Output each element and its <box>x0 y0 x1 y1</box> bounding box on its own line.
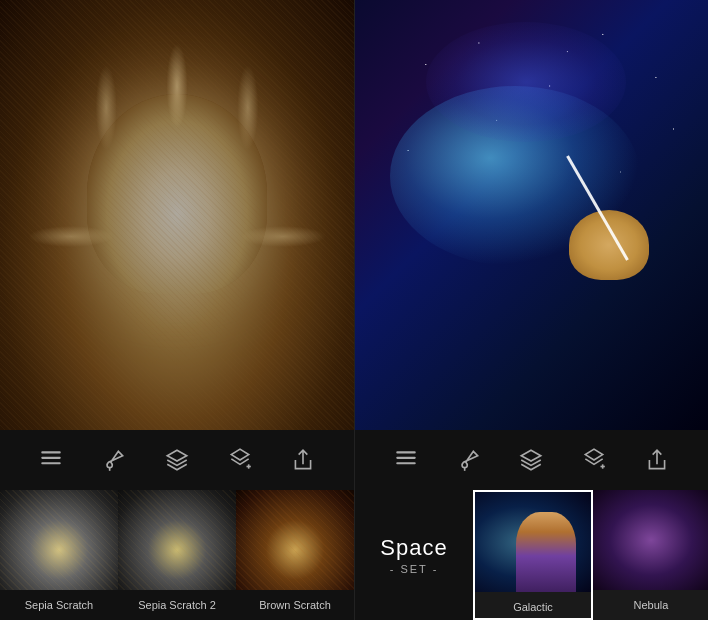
share-icon[interactable] <box>288 445 318 475</box>
left-panel: Sepia Scratch Sepia Scratch 2 Brown Scra… <box>0 0 354 620</box>
sepia-scratch-2-texture <box>118 490 236 590</box>
filter-thumb-brown-scratch[interactable]: Brown Scratch <box>236 490 354 620</box>
svg-rect-2 <box>42 462 62 464</box>
dark-overlay <box>0 0 354 430</box>
right-stack-plus-icon[interactable] <box>579 445 609 475</box>
right-panel: Space - SET - Galactic Nebula <box>354 0 708 620</box>
space-set-item[interactable]: Space - SET - <box>355 490 473 620</box>
filter-thumb-nebula[interactable]: Nebula <box>593 490 708 620</box>
svg-rect-0 <box>42 451 62 453</box>
flower-center <box>87 94 267 294</box>
right-share-icon[interactable] <box>642 445 672 475</box>
right-layers-icon[interactable] <box>391 445 421 475</box>
space-set-subtitle: - SET - <box>390 563 439 575</box>
nebula-label: Nebula <box>593 590 708 620</box>
brown-scratch-image <box>236 490 354 590</box>
svg-rect-7 <box>397 457 417 459</box>
layers-icon[interactable] <box>36 445 66 475</box>
sepia-scratch-image <box>0 490 118 590</box>
left-toolbar <box>0 430 354 490</box>
right-main-image <box>355 0 708 430</box>
right-toolbar <box>355 430 708 490</box>
right-brush-icon[interactable] <box>454 445 484 475</box>
flower-background <box>0 0 354 430</box>
filter-thumb-sepia-scratch[interactable]: Sepia Scratch <box>0 490 118 620</box>
sepia-scratch-texture <box>0 490 118 590</box>
left-main-image <box>0 0 354 430</box>
svg-rect-1 <box>42 457 62 459</box>
scratch-overlay <box>0 0 354 430</box>
filter-thumb-sepia-scratch-2[interactable]: Sepia Scratch 2 <box>118 490 236 620</box>
right-filter-strip: Space - SET - Galactic Nebula <box>355 490 708 620</box>
galactic-person <box>516 512 576 592</box>
stack-plus-icon[interactable] <box>225 445 255 475</box>
brush-icon[interactable] <box>99 445 129 475</box>
person-head <box>569 210 649 280</box>
sepia-scratch-2-image <box>118 490 236 590</box>
right-stack-icon[interactable] <box>516 445 546 475</box>
galactic-image <box>475 492 591 592</box>
sepia-scratch-2-label: Sepia Scratch 2 <box>118 590 236 620</box>
svg-rect-6 <box>397 451 417 453</box>
left-filter-strip: Sepia Scratch Sepia Scratch 2 Brown Scra… <box>0 490 354 620</box>
filter-thumb-galactic[interactable]: Galactic <box>473 490 593 620</box>
nebula-image <box>593 490 708 590</box>
svg-rect-8 <box>397 462 417 464</box>
nebula-person <box>634 510 694 590</box>
nebula-cloud-2 <box>426 22 626 142</box>
galactic-label: Galactic <box>475 592 591 620</box>
brown-scratch-texture <box>236 490 354 590</box>
sepia-scratch-label: Sepia Scratch <box>0 590 118 620</box>
space-set-name: Space <box>380 535 447 561</box>
brown-scratch-label: Brown Scratch <box>236 590 354 620</box>
stack-icon[interactable] <box>162 445 192 475</box>
